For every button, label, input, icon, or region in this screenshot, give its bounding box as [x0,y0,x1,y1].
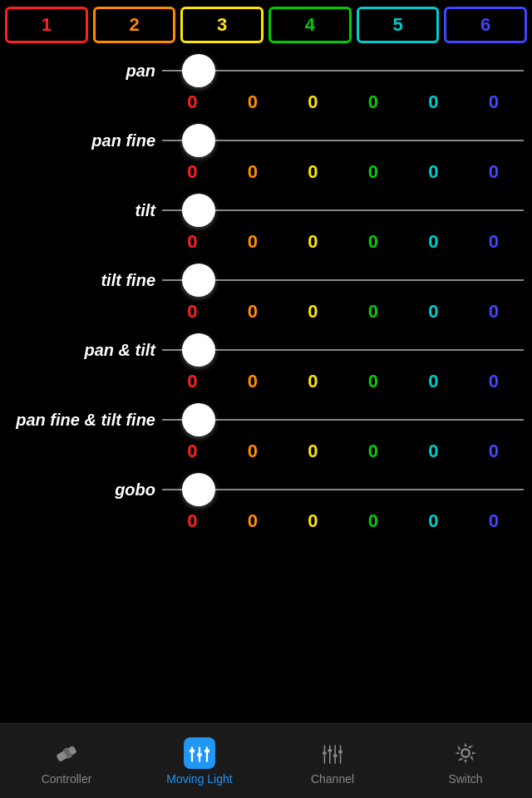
slider-0-val-5: 0 [464,91,525,113]
slider-5-val-2: 0 [283,441,343,462]
slider-row-4: pan & tilt000000 [8,329,524,392]
slider-thumb-2[interactable] [182,194,215,227]
nav-icon-channel [317,737,348,769]
slider-5-val-0: 0 [162,441,223,462]
slider-row-0: pan000000 [8,50,524,113]
slider-5-val-3: 0 [343,441,404,462]
slider-6-val-0: 0 [162,510,223,532]
nav-label-controller: Controller [42,772,92,786]
slider-1-val-1: 0 [223,161,283,183]
slider-thumb-0[interactable] [182,54,215,87]
slider-6-val-1: 0 [223,510,283,532]
slider-label-2: tilt [8,201,162,220]
slider-label-3: tilt fine [8,271,162,290]
nav-item-controller[interactable]: Controller [0,724,133,798]
sliders-area: pan000000pan fine000000tilt000000tilt fi… [0,50,532,532]
slider-thumb-4[interactable] [182,333,215,367]
slider-1-val-5: 0 [464,161,525,183]
slider-2-val-4: 0 [403,231,464,253]
nav-icon-switch [450,737,481,769]
slider-6-val-3: 0 [343,510,404,532]
slider-label-1: pan fine [8,131,162,150]
slider-thumb-5[interactable] [182,403,215,436]
slider-0-val-0: 0 [162,91,223,113]
slider-thumb-1[interactable] [182,124,215,157]
svg-rect-13 [328,749,332,751]
slider-3-val-0: 0 [162,301,223,323]
slider-3-val-1: 0 [223,301,283,323]
slider-6-val-4: 0 [403,510,464,532]
slider-4-val-3: 0 [343,371,404,392]
nav-item-channel[interactable]: Channel [266,724,399,798]
slider-row-3: tilt fine000000 [8,259,524,323]
slider-4-val-2: 0 [283,371,343,392]
slider-3-val-5: 0 [464,301,525,323]
slider-track-3[interactable] [162,259,524,301]
tab-4[interactable]: 4 [268,7,352,43]
slider-1-val-4: 0 [403,161,464,183]
slider-4-val-5: 0 [464,371,525,392]
svg-rect-6 [197,753,202,756]
tab-5[interactable]: 5 [357,7,440,43]
nav-item-moving-light[interactable]: Moving Light [133,724,266,798]
slider-2-val-0: 0 [162,231,223,253]
tab-6[interactable]: 6 [444,7,527,43]
svg-rect-15 [338,750,342,752]
slider-track-2[interactable] [162,190,524,231]
slider-track-5[interactable] [162,399,524,441]
slider-track-6[interactable] [162,469,524,510]
slider-label-5: pan fine & tilt fine [8,411,162,430]
slider-4-val-1: 0 [223,371,283,392]
slider-label-4: pan & tilt [8,341,162,360]
slider-0-val-3: 0 [343,91,404,113]
slider-0-val-2: 0 [283,91,343,113]
slider-4-val-0: 0 [162,371,223,392]
svg-rect-12 [323,751,327,754]
svg-rect-14 [333,754,337,756]
slider-thumb-3[interactable] [182,264,215,297]
slider-0-val-4: 0 [403,91,464,113]
slider-track-0[interactable] [162,50,524,91]
tab-1[interactable]: 1 [5,7,88,43]
nav-label-switch: Switch [448,772,482,786]
tab-bar: 123456 [0,0,532,50]
tab-2[interactable]: 2 [93,7,176,43]
slider-6-val-2: 0 [283,510,343,532]
slider-1-val-3: 0 [343,161,404,183]
slider-0-val-1: 0 [223,91,283,113]
slider-thumb-6[interactable] [182,473,215,506]
nav-item-switch[interactable]: Switch [399,724,532,798]
slider-row-2: tilt000000 [8,190,524,253]
svg-rect-5 [190,749,195,752]
slider-row-1: pan fine000000 [8,120,524,183]
nav-icon-controller [51,737,82,769]
slider-4-val-4: 0 [403,371,464,392]
nav-icon-moving-light [184,737,215,769]
slider-5-val-4: 0 [403,441,464,462]
slider-2-val-1: 0 [223,231,283,253]
svg-rect-7 [204,749,209,752]
bottom-nav: Controller Moving Light Channel [0,723,532,798]
slider-row-6: gobo000000 [8,469,524,532]
nav-label-moving-light: Moving Light [166,772,232,786]
slider-3-val-2: 0 [283,301,343,323]
slider-1-val-2: 0 [283,161,343,183]
slider-1-val-0: 0 [162,161,223,183]
slider-row-5: pan fine & tilt fine000000 [8,399,524,462]
slider-2-val-3: 0 [343,231,404,253]
slider-6-val-5: 0 [464,510,525,532]
slider-label-6: gobo [8,480,162,500]
tab-3[interactable]: 3 [180,7,264,43]
slider-track-1[interactable] [162,120,524,161]
svg-point-16 [461,749,470,757]
slider-2-val-5: 0 [464,231,525,253]
slider-2-val-2: 0 [283,231,343,253]
nav-label-channel: Channel [311,772,354,786]
slider-label-0: pan [8,62,162,81]
slider-track-4[interactable] [162,329,524,371]
slider-3-val-4: 0 [403,301,464,323]
slider-5-val-1: 0 [223,441,283,462]
slider-3-val-3: 0 [343,301,404,323]
slider-5-val-5: 0 [464,441,525,462]
